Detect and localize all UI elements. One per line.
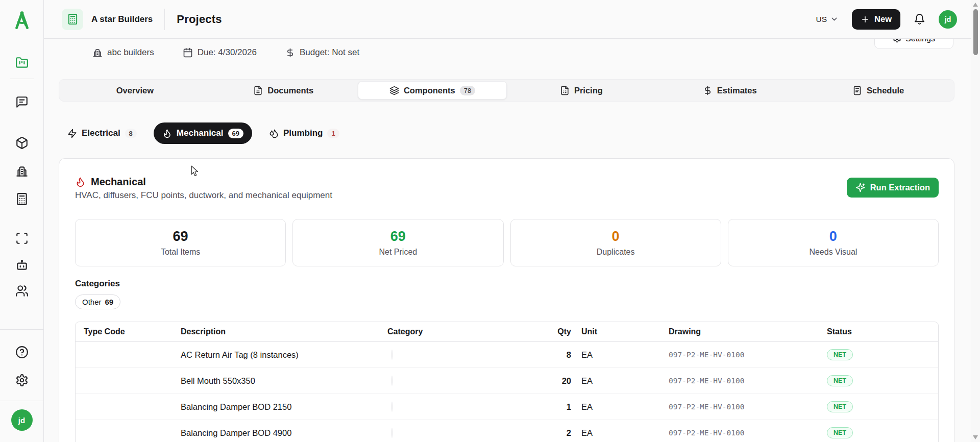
sidebar-item-settings[interactable] [15, 374, 29, 387]
scrollbar-down-arrow[interactable] [973, 435, 978, 439]
notifications-bell[interactable] [914, 13, 925, 25]
col-unit: Unit [571, 327, 660, 336]
stat-value: 0 [829, 229, 837, 244]
status-badge: NET [827, 375, 853, 386]
table-row[interactable]: Bell Mouth 550x350 20 EA 097-P2-ME-HV-01… [76, 368, 938, 394]
category-chip-other[interactable]: Other 69 [75, 294, 120, 309]
project-meta-row: abc builders Due: 4/30/2026 Budget: Not … [59, 39, 954, 66]
sparkles-icon [855, 183, 865, 192]
table-row[interactable]: Balancing Damper BOD 2150 1 EA 097-P2-ME… [76, 394, 938, 420]
trade-label: Plumbing [283, 128, 323, 138]
sidebar-divider [0, 329, 43, 330]
users-icon [15, 284, 29, 298]
trade-plumbing[interactable]: Plumbing 1 [260, 122, 348, 144]
tab-label: Estimates [717, 86, 757, 95]
sidebar-item-takeoff[interactable] [15, 232, 29, 245]
col-category: Category [387, 327, 541, 336]
tab-pricing[interactable]: Pricing [507, 81, 655, 100]
table-header-row: Type Code Description Category Qty Unit … [76, 322, 938, 342]
main-content: abc builders Due: 4/30/2026 Budget: Not … [44, 39, 971, 442]
app-logo[interactable] [11, 8, 33, 32]
dollar-icon [703, 86, 713, 95]
robot-icon [15, 259, 29, 272]
cell-qty: 20 [541, 376, 571, 386]
sidebar-item-projects[interactable] [15, 56, 29, 69]
sidebar-item-assistant[interactable] [15, 259, 29, 272]
tab-documents[interactable]: Documents [209, 81, 358, 100]
tab-label: Pricing [574, 86, 603, 95]
scrollbar-thumb[interactable] [973, 9, 978, 55]
trade-electrical[interactable]: Electrical 8 [59, 122, 145, 144]
sidebar-item-components[interactable] [15, 136, 29, 150]
project-tabs: Overview Documents Components 78 Pricing [59, 79, 954, 102]
trade-filter-row: Electrical 8 Mechanical 69 Plumbing 1 [59, 122, 954, 144]
run-extraction-button[interactable]: Run Extraction [847, 178, 939, 198]
category-placeholder[interactable] [391, 428, 393, 438]
table-row[interactable]: AC Return Air Tag (8 instances) 8 EA 097… [76, 342, 938, 368]
tab-estimates[interactable]: Estimates [655, 81, 804, 100]
scrollbar-up-arrow[interactable] [973, 3, 978, 7]
cell-description: Balancing Damper BOD 4900 [181, 428, 387, 438]
calculator-icon [15, 192, 29, 206]
col-drawing: Drawing [660, 327, 819, 336]
chip-count: 69 [105, 298, 114, 306]
top-header: A star Builders Projects US New jd [44, 0, 971, 39]
col-type-code: Type Code [84, 327, 181, 336]
new-button[interactable]: New [852, 9, 900, 30]
project-due-date: Due: 4/30/2026 [183, 47, 257, 58]
components-table: Type Code Description Category Qty Unit … [75, 322, 939, 442]
sidebar-item-help[interactable] [15, 346, 29, 359]
cell-drawing: 097-P2-ME-HV-0100 [660, 377, 819, 385]
sidebar-divider [0, 401, 43, 401]
sidebar-item-company[interactable] [15, 164, 29, 178]
trade-mechanical[interactable]: Mechanical 69 [154, 122, 252, 144]
category-placeholder[interactable] [391, 376, 393, 386]
calculator-icon [67, 13, 79, 25]
avatar-initials: jd [945, 15, 951, 23]
stat-total-items: 69 Total Items [75, 219, 286, 266]
stat-needs-visual: 0 Needs Visual [728, 219, 939, 266]
pricing-file-icon [560, 86, 570, 95]
section-subtitle: HVAC, diffusers, FCU points, ductwork, a… [75, 190, 332, 201]
folder-projects-icon [15, 56, 29, 69]
cell-drawing: 097-P2-ME-HV-0100 [660, 403, 819, 411]
new-button-label: New [874, 14, 892, 24]
sidebar-item-messages[interactable] [15, 95, 29, 109]
sidebar-item-estimating[interactable] [15, 192, 29, 206]
user-avatar[interactable]: jd [939, 10, 957, 29]
calendar-icon [183, 47, 193, 58]
document-icon [253, 86, 263, 95]
stat-label: Total Items [161, 248, 200, 257]
cell-description: Bell Mouth 550x350 [181, 376, 387, 386]
tab-overview[interactable]: Overview [61, 81, 209, 100]
sidebar-divider [10, 79, 34, 79]
trade-count-badge: 8 [125, 129, 137, 138]
category-placeholder[interactable] [391, 350, 393, 360]
droplets-icon [269, 129, 279, 138]
layers-icon [389, 86, 399, 95]
gear-icon [15, 374, 29, 387]
cell-description: Balancing Damper BOD 2150 [181, 402, 387, 412]
region-selector[interactable]: US [816, 15, 839, 24]
sidebar: jd [0, 0, 44, 442]
tab-label: Components [404, 86, 455, 95]
table-row[interactable]: Balancing Damper BOD 4900 2 EA 097-P2-ME… [76, 420, 938, 442]
tab-label: Documents [267, 86, 313, 95]
stat-label: Duplicates [597, 248, 635, 257]
stat-net-priced: 69 Net Priced [292, 219, 503, 266]
status-badge: NET [827, 427, 853, 438]
flame-icon [162, 129, 172, 138]
sidebar-item-team[interactable] [15, 284, 29, 298]
trade-count-badge: 69 [228, 129, 243, 138]
project-company: abc builders [92, 47, 154, 58]
project-budget: Budget: Not set [285, 47, 359, 58]
workspace-name[interactable]: A star Builders [91, 14, 153, 24]
building-icon [15, 164, 29, 178]
sidebar-user-avatar[interactable]: jd [11, 409, 33, 431]
tab-components[interactable]: Components 78 [358, 81, 507, 100]
col-qty: Qty [541, 327, 571, 336]
tab-schedule[interactable]: Schedule [804, 81, 952, 100]
category-placeholder[interactable] [391, 402, 393, 412]
workspace-icon[interactable] [62, 9, 83, 30]
mechanical-panel: Mechanical HVAC, diffusers, FCU points, … [59, 158, 954, 442]
